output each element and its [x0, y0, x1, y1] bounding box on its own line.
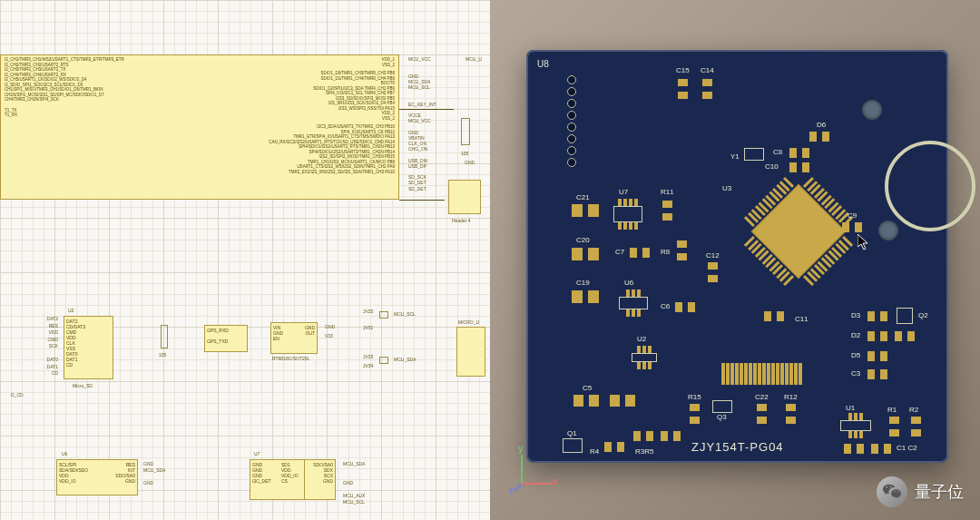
watermark: 量子位: [877, 476, 964, 507]
silk-r8: R8: [661, 248, 670, 256]
sd-gnd-net: D_CD: [11, 392, 24, 397]
net-mcu-u: MCU_U: [466, 56, 482, 62]
schematic-u6-block[interactable]: SCL/SPI SDA/SDI/SDO VDD VDD_IO RES INT S…: [56, 459, 138, 495]
u3-net-v33: V33: [325, 333, 333, 338]
u7-ref: U7: [254, 451, 260, 456]
silk-u7: U7: [619, 188, 628, 196]
silk-c1c2: C1 C2: [897, 444, 917, 452]
footprint-cbl2: [871, 444, 891, 454]
silk-c19: C19: [576, 279, 590, 287]
silk-c14: C14: [701, 66, 714, 74]
silk-c12: C12: [706, 251, 720, 260]
footprint-c19: [572, 290, 599, 303]
schematic-capacitor-c1[interactable]: [461, 118, 470, 145]
footprint-d3: [867, 311, 887, 321]
silk-d5: D5: [851, 351, 860, 359]
footprint-c3: [867, 369, 887, 379]
footprint-q3: [712, 400, 732, 413]
u3-part: RT9818C/SOT25L: [272, 356, 309, 361]
u5-net-2: JV25: [363, 354, 373, 359]
footprint-lcd-connector: [721, 363, 802, 385]
silk-u6: U6: [624, 279, 633, 287]
silk-c20: C20: [576, 236, 590, 244]
axis-gizmo: y x z: [513, 447, 558, 493]
schematic-u4-block[interactable]: GPS_RXD GPS_TXD: [204, 325, 248, 352]
mounting-hole-2: [878, 221, 898, 240]
svg-line-2: [514, 484, 522, 491]
schematic-sd-block[interactable]: DAT2 CD/DAT3 CMD VDD CLK VSS DAT0 DAT1 C…: [64, 316, 113, 379]
u5-net-1: JV31: [363, 325, 373, 330]
microusb-title: MICRO_U: [458, 319, 479, 325]
footprint-r1: [889, 417, 899, 437]
pcb-board[interactable]: U8 C15 C14 D6 Y1 C8 C10 C21 C20 C19: [526, 50, 948, 463]
silk-c3: C3: [851, 369, 860, 378]
silk-r1: R1: [887, 406, 897, 414]
footprint-u7: [613, 199, 642, 230]
silk-r2: R2: [909, 406, 918, 414]
cap-value: 105: [461, 151, 468, 156]
footprint-r12: [786, 404, 796, 424]
footprint-c8: [789, 148, 809, 158]
silk-c5: C5: [583, 384, 592, 392]
u6-ref: U6: [62, 451, 67, 456]
footprint-c6: [675, 302, 695, 312]
pcb-3d-view-pane[interactable]: U8 C15 C14 D6 Y1 C8 C10 C21 C20 C19: [490, 0, 980, 520]
footprint-d5: [867, 351, 887, 361]
pad-array-left: [567, 75, 576, 167]
mcu-right-pins: VDD_1 VSS_2 SDIO1_D0/TMR1_CH3/TMR8_CH3 P…: [200, 57, 395, 197]
wire-1: [399, 200, 445, 201]
schematic-r-jv34[interactable]: [379, 357, 388, 364]
schematic-u3-block[interactable]: VIN GND EN GND OUT: [270, 322, 318, 354]
footprint-r5: [661, 431, 681, 441]
footprint-u1: [840, 413, 871, 438]
footprint-c14: [702, 79, 712, 99]
sd-ref: U2: [68, 308, 74, 313]
silk-c8: C8: [773, 148, 782, 156]
silk-d6: D6: [817, 121, 826, 129]
footprint-c5: [573, 395, 599, 407]
footprint-c11: [764, 311, 784, 321]
footprint-r11: [662, 201, 672, 221]
footprint-cbl1: [844, 444, 864, 454]
silk-c9: C9: [848, 211, 857, 220]
footprint-q1: [563, 438, 583, 453]
footprint-d2: [867, 331, 887, 341]
silk-c10: C10: [765, 162, 779, 171]
footprint-c15: [678, 79, 688, 99]
footprint-q2: [897, 308, 913, 324]
silk-d2: D2: [851, 331, 860, 339]
footprint-r2: [911, 417, 921, 437]
schematic-r-jv25[interactable]: [379, 311, 388, 319]
silk-r4: R4: [590, 447, 599, 456]
silk-d3: D3: [851, 311, 860, 319]
pcb-outline-circle: [885, 141, 975, 231]
silk-r3r5: R3R5: [635, 447, 653, 456]
u7-nets: MCU_SDA GND MCU_AUX MCU_SCL: [343, 461, 365, 505]
u5-net-0: JV25: [363, 309, 373, 314]
footprint-r15: [690, 404, 700, 424]
pcb-silkscreen-title: ZJY154T-PG04: [691, 440, 784, 454]
footprint-r4: [604, 442, 624, 452]
footprint-c5b: [610, 395, 635, 407]
cap-mid-val: 105: [159, 352, 166, 358]
schematic-microusb-block[interactable]: [456, 327, 485, 377]
footprint-r3: [633, 431, 653, 441]
schematic-mcu-block[interactable]: I2_CH1/TMR3_CH1/WS2/USART1_CTS/TMR2_ETR/…: [0, 54, 399, 200]
wire-2: [399, 109, 454, 110]
footprint-c20: [572, 248, 599, 260]
footprint-d2b: [895, 331, 915, 341]
silk-u3: U3: [722, 184, 731, 192]
schematic-cap-mid[interactable]: [161, 325, 168, 348]
schematic-header-block[interactable]: [448, 180, 481, 214]
silk-q2: Q2: [918, 311, 928, 319]
silk-u2: U2: [637, 335, 646, 343]
footprint-d6: [809, 132, 829, 142]
footprint-y1: [744, 148, 764, 161]
wechat-logo-icon: [877, 476, 907, 507]
u3-net-gnd: GND: [325, 324, 335, 329]
footprint-c12: [708, 262, 718, 282]
footprint-u6: [619, 289, 648, 317]
silk-u1: U1: [846, 404, 855, 412]
silk-c7: C7: [615, 248, 624, 256]
schematic-editor-pane[interactable]: I2_CH1/TMR3_CH1/WS2/USART1_CTS/TMR2_ETR/…: [0, 0, 490, 520]
